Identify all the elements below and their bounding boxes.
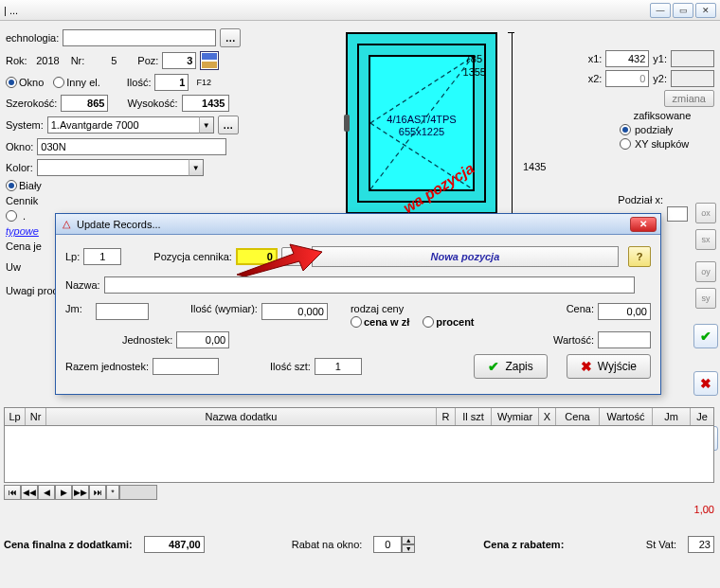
lp-input[interactable]	[83, 248, 121, 265]
x2-input[interactable]	[605, 70, 649, 87]
rodzaj-ceny-label: rodzaj ceny	[351, 303, 480, 314]
nav-scroll-thumb[interactable]	[119, 485, 157, 500]
system-combo[interactable]: ▼	[47, 116, 214, 134]
inny-radio[interactable]: Inny el.	[53, 77, 99, 88]
help-button[interactable]: ?	[628, 246, 651, 267]
col-r[interactable]: R	[437, 408, 456, 425]
window-type-icon[interactable]	[200, 51, 219, 70]
system-browse-button[interactable]: …	[218, 116, 239, 134]
nav-next-page-button[interactable]: ▶▶	[72, 485, 89, 500]
oy-button[interactable]: oy	[695, 261, 716, 282]
cena-finalna-input[interactable]	[144, 536, 205, 553]
table-header: Lp Nr Nazwa dodatku R Il szt Wymiar X Ce…	[4, 407, 714, 426]
technologia-input[interactable]	[63, 29, 216, 46]
uw-label: Uw	[6, 261, 21, 273]
col-wymiar[interactable]: Wymiar	[492, 408, 539, 425]
jednostek-label: Jednostek:	[122, 334, 172, 346]
ilosc-wymiar-input[interactable]	[261, 303, 328, 320]
col-cena[interactable]: Cena	[556, 408, 600, 425]
wyjscie-button[interactable]: ✖ Wyjście	[567, 354, 651, 379]
system-label: System:	[6, 119, 44, 131]
jednostek-input[interactable]	[176, 331, 229, 348]
okno-radio[interactable]: Okno	[6, 77, 44, 88]
nav-first-button[interactable]: ⏮	[4, 485, 21, 500]
xyslup-radio-label[interactable]: XY słupków	[635, 138, 689, 150]
rabat-spinner[interactable]: ▲ ▼	[373, 536, 415, 553]
razem-input[interactable]	[153, 358, 219, 375]
nav-prev-page-button[interactable]: ◀◀	[21, 485, 38, 500]
okno2-input[interactable]	[37, 138, 226, 155]
podzialx-input[interactable]	[667, 206, 688, 222]
ox-button[interactable]: ox	[695, 203, 716, 223]
x1-label: x1:	[588, 53, 603, 64]
dim-top1: 785	[465, 53, 482, 64]
col-wartosc[interactable]: Wartość	[600, 408, 653, 425]
poz-cennika-input[interactable]	[236, 248, 278, 265]
zmiana-button[interactable]: zmiana	[664, 90, 714, 107]
system-input[interactable]	[47, 116, 199, 134]
poz-input[interactable]	[162, 52, 196, 69]
rabat-label: Rabat na okno:	[292, 539, 363, 550]
sx-button[interactable]: sx	[695, 229, 716, 250]
okno2-label: Okno:	[6, 141, 33, 152]
chevron-down-icon[interactable]: ▼	[189, 159, 204, 176]
dimension-line-icon	[512, 32, 513, 214]
col-nr[interactable]: Nr	[26, 408, 46, 425]
jm-input[interactable]	[96, 303, 149, 320]
dim-side: 1435	[523, 161, 546, 172]
nav-last-button[interactable]: ⏭	[89, 485, 106, 500]
poz-cennika-browse-button[interactable]: …	[281, 247, 302, 266]
maximize-button[interactable]: ▭	[673, 3, 693, 18]
cena-wzl-radio[interactable]: cena w zł	[351, 316, 409, 328]
close-button[interactable]: ✕	[695, 3, 716, 18]
window-titlebar: | ... — ▭ ✕	[0, 0, 720, 21]
nav-prev-button[interactable]: ◀	[38, 485, 55, 500]
spin-up-icon[interactable]: ▲	[402, 536, 415, 544]
confirm-button[interactable]: ✔	[693, 324, 718, 348]
sy-button[interactable]: sy	[695, 288, 716, 309]
y2-label: y2:	[653, 73, 667, 84]
col-lp[interactable]: Lp	[5, 408, 26, 425]
stvat-input[interactable]	[688, 536, 714, 553]
table-body[interactable]	[4, 426, 714, 483]
x1-input[interactable]	[605, 50, 649, 67]
cancel-button[interactable]: ✖	[693, 371, 718, 396]
szerokosc-input[interactable]	[61, 95, 108, 112]
cennik-label: Cennik	[6, 195, 38, 206]
technologia-browse-button[interactable]: …	[220, 28, 241, 47]
nazwa-label: Nazwa:	[65, 279, 100, 291]
wysokosc-input[interactable]	[182, 95, 229, 112]
minimize-button[interactable]: —	[650, 3, 671, 18]
procent-radio[interactable]: procent	[423, 316, 474, 328]
col-ilszt[interactable]: Il szt	[456, 408, 492, 425]
ilosc-input[interactable]	[154, 74, 189, 91]
radio-dot-off-icon	[620, 138, 631, 150]
glass-spec: 4/16AST/4TPS 655x1225	[370, 114, 473, 138]
col-jm[interactable]: Jm	[653, 408, 691, 425]
y2-input[interactable]	[671, 70, 714, 87]
nav-new-button[interactable]: *	[106, 485, 119, 500]
nazwa-input[interactable]	[104, 276, 635, 294]
kolor-combo[interactable]: ▼	[37, 159, 204, 176]
col-nazwa[interactable]: Nazwa dodatku	[46, 408, 437, 425]
col-x[interactable]: X	[539, 408, 556, 425]
nav-next-button[interactable]: ▶	[55, 485, 72, 500]
y1-input[interactable]	[671, 50, 714, 67]
cena-input[interactable]	[598, 303, 651, 320]
chevron-down-icon[interactable]: ▼	[199, 116, 214, 134]
wartosc-input[interactable]	[598, 331, 651, 348]
close-icon: ✖	[581, 359, 592, 374]
col-je[interactable]: Je	[691, 408, 713, 425]
rabat-input[interactable]	[373, 536, 402, 553]
spin-down-icon[interactable]: ▼	[402, 544, 415, 553]
dialog-close-button[interactable]: ✕	[630, 217, 657, 232]
typowe-link[interactable]: typowe	[6, 225, 39, 237]
bialy-radio[interactable]: Biały	[6, 180, 42, 191]
podzialy-radio-label[interactable]: podziały	[635, 124, 673, 135]
ilosc-szt-input[interactable]	[315, 358, 362, 375]
kolor-input[interactable]	[37, 159, 189, 176]
nr-value: 5	[88, 55, 117, 66]
dialog-titlebar[interactable]: △ Update Records... ✕	[56, 214, 660, 235]
cena-finalna-label: Cena finalna z dodatkami:	[4, 539, 133, 550]
zapis-button[interactable]: ✔ Zapis	[474, 354, 547, 379]
